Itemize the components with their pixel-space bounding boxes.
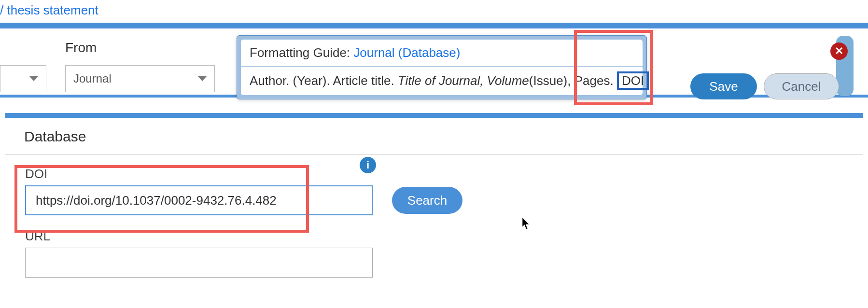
save-button[interactable]: Save <box>690 73 757 99</box>
section-accent-bar <box>5 113 863 118</box>
guide-italic-part: Title of Journal, Volume <box>398 73 529 88</box>
info-glyph: i <box>366 159 369 171</box>
guide-author-part: Author. (Year). Article title. <box>250 73 398 88</box>
doi-input[interactable] <box>25 185 373 215</box>
from-label: From <box>65 40 97 56</box>
formatting-guide-popup: Formatting Guide: Journal (Database) Aut… <box>237 35 647 99</box>
info-icon[interactable]: i <box>360 157 376 173</box>
url-label: URL <box>25 229 863 244</box>
close-guide-button[interactable]: ✕ <box>830 42 848 60</box>
form-area: i DOI Search URL <box>5 155 863 278</box>
chevron-down-icon <box>198 76 207 81</box>
select-value: Journal <box>73 72 112 85</box>
from-block: From <box>65 40 97 67</box>
breadcrumb-sep: / <box>0 3 3 17</box>
doi-label: DOI <box>25 167 863 182</box>
guide-prefix: Formatting Guide: <box>250 45 353 60</box>
guide-template-line: Author. (Year). Article title. Title of … <box>241 67 643 95</box>
guide-issue-part: (Issue), Pages. <box>529 73 617 88</box>
section-heading: Database <box>5 118 863 155</box>
top-bar: From Journal Formatting Guide: Journal (… <box>0 23 868 98</box>
apa-guide-label: APA Guide <box>789 44 825 74</box>
close-icon: ✕ <box>835 45 843 57</box>
database-section: Database i DOI Search URL <box>5 113 863 278</box>
source-prefix-select[interactable] <box>0 65 46 92</box>
apa-guide-panel: APA Guide ✕ Save Cancel <box>836 36 854 96</box>
breadcrumb-current[interactable]: thesis statement <box>7 3 98 17</box>
chevron-down-icon <box>29 76 38 81</box>
toolbar-row: From Journal Formatting Guide: Journal (… <box>0 24 868 95</box>
source-type-select[interactable]: Journal <box>65 65 215 92</box>
breadcrumb[interactable]: / thesis statement <box>0 0 868 23</box>
cancel-button[interactable]: Cancel <box>764 73 839 99</box>
doi-search-button[interactable]: Search <box>392 187 462 214</box>
guide-header: Formatting Guide: Journal (Database) <box>241 40 643 67</box>
url-input[interactable] <box>25 248 373 278</box>
guide-doi-box: DOI <box>617 71 649 90</box>
guide-link[interactable]: Journal (Database) <box>353 45 460 60</box>
